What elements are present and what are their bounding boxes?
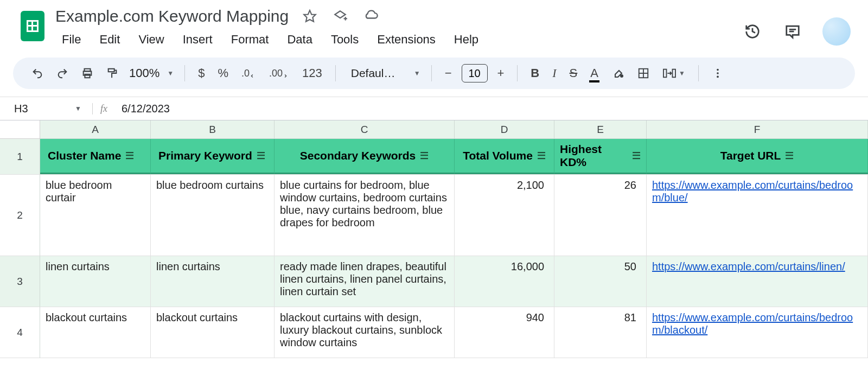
filter-icon[interactable]: ☰ <box>125 150 134 162</box>
separator <box>335 65 336 81</box>
menu-format[interactable]: Format <box>225 29 276 50</box>
sheets-logo[interactable] <box>21 11 44 41</box>
menu-tools[interactable]: Tools <box>324 29 365 50</box>
increase-font-button[interactable]: + <box>492 62 510 85</box>
cloud-status-icon[interactable] <box>361 7 381 26</box>
cell-kd[interactable]: 26 <box>554 175 647 256</box>
undo-button[interactable] <box>26 63 49 84</box>
menu-data[interactable]: Data <box>280 29 318 50</box>
cell-url[interactable]: https://www.example.com/curtains/linen/ <box>647 256 868 307</box>
url-link[interactable]: https://www.example.com/curtains/bedroom… <box>652 179 853 203</box>
url-link[interactable]: https://www.example.com/curtains/linen/ <box>652 260 845 272</box>
data-area: Cluster Name☰ Primary Keyword☰ Secondary… <box>40 139 868 358</box>
text-color-button[interactable]: A <box>585 62 604 85</box>
avatar[interactable] <box>822 17 851 46</box>
filter-icon[interactable]: ☰ <box>420 150 429 162</box>
menu-help[interactable]: Help <box>448 29 485 50</box>
cell-volume[interactable]: 2,100 <box>455 175 554 256</box>
fill-color-button[interactable] <box>606 62 630 84</box>
increase-decimal-button[interactable]: .00 <box>264 63 295 84</box>
cell-url[interactable]: https://www.example.com/curtains/bedroom… <box>647 175 868 256</box>
row-header-3[interactable]: 3 <box>0 256 40 307</box>
menu-edit[interactable]: Edit <box>93 29 126 50</box>
document-title[interactable]: Example.com Keyword Mapping <box>55 7 289 26</box>
header-secondary[interactable]: Secondary Keywords☰ <box>275 139 455 174</box>
cell-volume[interactable]: 940 <box>455 307 554 358</box>
header-url-label: Target URL <box>720 149 781 162</box>
cell-secondary[interactable]: blackout curtains with design, luxury bl… <box>275 307 455 358</box>
cell-url[interactable]: https://www.example.com/curtains/bedroom… <box>647 307 868 358</box>
decrease-font-button[interactable]: − <box>439 62 457 85</box>
col-header-a[interactable]: A <box>40 120 151 139</box>
menu-file[interactable]: File <box>55 29 87 50</box>
col-header-c[interactable]: C <box>275 120 455 139</box>
col-header-d[interactable]: D <box>455 120 554 139</box>
cell-cluster[interactable]: blue bedroom curtair <box>40 175 151 256</box>
filter-icon[interactable]: ☰ <box>632 150 641 162</box>
font-select[interactable]: Defaul… ▼ <box>343 67 424 80</box>
col-header-f[interactable]: F <box>647 120 868 139</box>
row-header-2[interactable]: 2 <box>0 175 40 256</box>
number-format-button[interactable]: 123 <box>297 62 328 85</box>
cell-primary[interactable]: blue bedroom curtains <box>151 175 275 256</box>
cell-primary[interactable]: blackout curtains <box>151 307 275 358</box>
header-primary[interactable]: Primary Keyword☰ <box>151 139 275 174</box>
menu-insert[interactable]: Insert <box>176 29 219 50</box>
history-icon[interactable] <box>742 21 763 42</box>
header-kd[interactable]: Highest KD%☰ <box>554 139 647 174</box>
merge-cells-button[interactable]: ▼ <box>657 63 691 84</box>
menu-view[interactable]: View <box>132 29 170 50</box>
print-button[interactable] <box>76 63 99 84</box>
row-header-4[interactable]: 4 <box>0 307 40 358</box>
col-header-b[interactable]: B <box>151 120 275 139</box>
currency-button[interactable]: $ <box>193 62 210 85</box>
header: Example.com Keyword Mapping File Edit Vi… <box>0 0 868 50</box>
svg-rect-13 <box>663 69 667 78</box>
italic-button[interactable]: I <box>547 62 561 85</box>
bold-button[interactable]: B <box>525 62 545 85</box>
cell-cluster[interactable]: blackout curtains <box>40 307 151 358</box>
table-header-row: Cluster Name☰ Primary Keyword☰ Secondary… <box>40 139 868 175</box>
table-row: linen curtains linen curtains ready made… <box>40 256 868 307</box>
zoom-select[interactable]: 100% ▼ <box>126 66 177 80</box>
col-header-e[interactable]: E <box>554 120 647 139</box>
font-size-input[interactable] <box>462 64 488 82</box>
star-icon[interactable] <box>301 7 319 26</box>
chevron-down-icon: ▼ <box>679 69 685 77</box>
cell-cluster[interactable]: linen curtains <box>40 256 151 307</box>
formula-value[interactable]: 6/12/2023 <box>122 103 170 115</box>
svg-rect-8 <box>108 69 114 72</box>
comments-icon[interactable] <box>782 21 803 42</box>
title-block: Example.com Keyword Mapping File Edit Vi… <box>55 7 731 50</box>
name-box[interactable]: H3 ▼ <box>10 103 86 115</box>
redo-button[interactable] <box>51 63 74 84</box>
cell-kd[interactable]: 50 <box>554 256 647 307</box>
cell-secondary[interactable]: blue curtains for bedroom, blue window c… <box>275 175 455 256</box>
header-cluster[interactable]: Cluster Name☰ <box>40 139 151 174</box>
borders-button[interactable] <box>632 63 655 84</box>
table-row: blackout curtains blackout curtains blac… <box>40 307 868 358</box>
more-button[interactable] <box>706 63 729 84</box>
strikethrough-button[interactable]: S <box>564 62 583 85</box>
select-all-corner[interactable] <box>0 120 40 139</box>
cell-primary[interactable]: linen curtains <box>151 256 275 307</box>
cell-kd[interactable]: 81 <box>554 307 647 358</box>
url-link[interactable]: https://www.example.com/curtains/bedroom… <box>652 311 853 336</box>
cell-secondary[interactable]: ready made linen drapes, beautiful linen… <box>275 256 455 307</box>
menu-extensions[interactable]: Extensions <box>371 29 442 50</box>
paint-format-button[interactable] <box>101 63 124 84</box>
decrease-decimal-button[interactable]: .0 <box>236 63 261 84</box>
zoom-value: 100% <box>129 66 159 80</box>
filter-icon[interactable]: ☰ <box>537 150 546 162</box>
formula-bar: H3 ▼ fx 6/12/2023 <box>0 97 868 120</box>
move-icon[interactable] <box>331 7 349 26</box>
row-header-1[interactable]: 1 <box>0 139 40 175</box>
header-url[interactable]: Target URL☰ <box>647 139 868 174</box>
header-volume[interactable]: Total Volume☰ <box>455 139 554 174</box>
filter-icon[interactable]: ☰ <box>785 150 794 162</box>
percent-button[interactable]: % <box>212 62 234 85</box>
separator <box>698 65 699 81</box>
header-cluster-label: Cluster Name <box>48 149 121 162</box>
filter-icon[interactable]: ☰ <box>257 150 265 162</box>
cell-volume[interactable]: 16,000 <box>455 256 554 307</box>
